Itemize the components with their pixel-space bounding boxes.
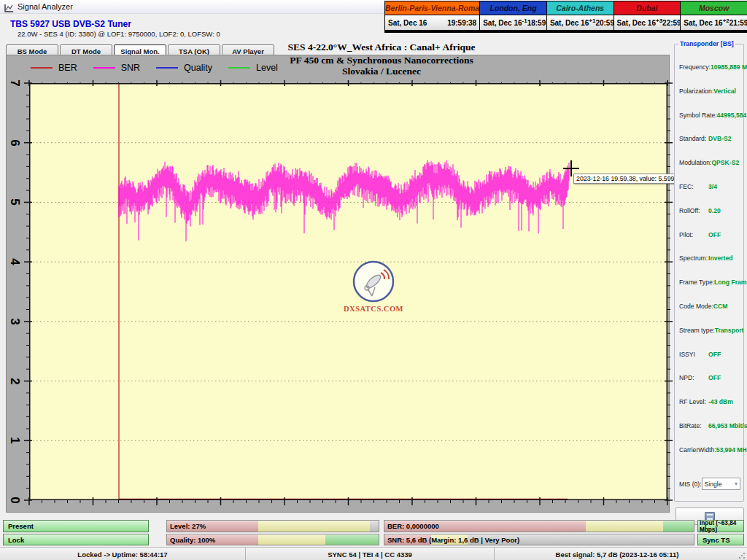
field-value: 3/4 bbox=[708, 183, 740, 190]
clock-city-label: Moscow bbox=[681, 1, 747, 15]
chevron-down-icon: ▾ bbox=[735, 481, 738, 487]
transponder-field: BitRate:66,953 Mbit/s bbox=[679, 422, 740, 429]
snr-gauge: SNR: 5,6 dB (Margin: 1,6 dB | Very Poor) bbox=[384, 534, 694, 545]
y-tick-label: 2 bbox=[7, 374, 22, 389]
field-value: OFF bbox=[708, 351, 740, 358]
transponder-field: Symbol Rate:44995,584 KS/s bbox=[679, 112, 740, 119]
field-label: Stream type: bbox=[679, 327, 715, 334]
status-uptime: Locked -> Uptime: 58:44:17 bbox=[0, 548, 246, 560]
clock-time: Sat, Dec 16-118:59:38 bbox=[480, 15, 546, 30]
y-tick-label: 7 bbox=[7, 76, 22, 90]
level-gauge: Level: 27% bbox=[166, 520, 379, 532]
window-title: Signal Analyzer bbox=[18, 2, 73, 11]
signal-plot[interactable]: DXSATCS.COM bbox=[29, 83, 667, 500]
field-label: Pilot: bbox=[679, 231, 693, 238]
transponder-field: RollOff:0.20 bbox=[679, 207, 740, 214]
field-label: Spectrum: bbox=[679, 254, 708, 262]
level-line-swatch bbox=[228, 67, 250, 69]
status-sync-counters: SYNC 54 | TEI 4 | CC 4339 bbox=[246, 548, 495, 560]
present-indicator: Present bbox=[3, 520, 149, 532]
resize-grip[interactable] bbox=[738, 552, 746, 559]
transponder-field: FEC:3/4 bbox=[679, 183, 740, 190]
transponder-panel: Transponder [BS] Frequency:10985,889 MHz… bbox=[671, 38, 747, 513]
crosshair-cursor-h bbox=[563, 168, 579, 169]
y-tick-label: 0 bbox=[7, 493, 22, 508]
field-label: Frame Type: bbox=[679, 279, 714, 286]
clock-time: Sat, Dec 16+322:59 bbox=[614, 15, 681, 30]
field-label: NPD: bbox=[679, 374, 694, 381]
y-tick-label: 6 bbox=[7, 136, 22, 150]
field-label: BitRate: bbox=[679, 422, 702, 429]
transponder-field: Code Mode:CCM bbox=[679, 303, 740, 310]
legend-item-quality: Quality bbox=[156, 63, 212, 73]
transponder-field: RF Level:-43 dBm bbox=[679, 398, 740, 405]
field-value: OFF bbox=[708, 231, 740, 238]
y-tick-label: 1 bbox=[7, 433, 22, 448]
clock-column: Cairo-AthensSat, Dec 16+120:59 bbox=[547, 1, 614, 32]
transponder-field: Standard:DVB-S2 bbox=[679, 135, 740, 142]
clock-column: London, EngSat, Dec 16-118:59:38 bbox=[480, 1, 546, 32]
legend-item-snr: SNR bbox=[93, 63, 140, 73]
app-icon bbox=[4, 2, 14, 11]
mis-select[interactable]: Single ▾ bbox=[702, 478, 740, 490]
transponder-groupbox: Transponder [BS] Frequency:10985,889 MHz… bbox=[674, 44, 744, 502]
field-value: QPSK-S2 bbox=[711, 159, 740, 166]
clock-column: Berlin-Paris-Vienna-RomaSat, Dec 1619:59… bbox=[385, 1, 479, 32]
field-value: 10985,889 MHz bbox=[711, 63, 743, 71]
ber-line-swatch bbox=[31, 67, 53, 69]
transponder-field: Frequency:10985,889 MHz bbox=[679, 63, 740, 71]
world-clocks: Berlin-Paris-Vienna-RomaSat, Dec 1619:59… bbox=[384, 1, 747, 33]
transponder-field: Modulation:QPSK-S2 bbox=[679, 159, 740, 166]
field-label: Polarization: bbox=[679, 88, 713, 95]
legend-item-level: Level bbox=[228, 63, 278, 73]
mis-row: MIS (0): Single ▾ bbox=[679, 478, 740, 490]
field-label: CarrierWidth: bbox=[679, 446, 716, 454]
clock-column: DubaiSat, Dec 16+322:59 bbox=[614, 1, 681, 32]
lock-indicator: Lock bbox=[3, 534, 149, 545]
transponder-field: ISSYIOFF bbox=[679, 351, 740, 358]
field-value: Long Frame bbox=[714, 279, 746, 286]
field-value: 0.20 bbox=[708, 207, 740, 214]
field-value: Inverted bbox=[708, 254, 740, 262]
legend-item-ber: BER bbox=[31, 63, 77, 73]
input-indicator: Input (~63,84 Mbps) bbox=[697, 520, 744, 532]
tuner-name: TBS 5927 USB DVB-S2 Tuner bbox=[10, 19, 131, 29]
field-value: 53,994 MHz bbox=[716, 446, 747, 454]
transponder-field: Spectrum:Inverted bbox=[679, 254, 740, 262]
clock-city-label: London, Eng bbox=[480, 1, 546, 15]
clock-city-label: Cairo-Athens bbox=[547, 1, 614, 15]
sync-ts-indicator: Sync TS bbox=[697, 534, 744, 545]
field-label: Code Mode: bbox=[679, 303, 713, 310]
transponder-field: NPD:OFF bbox=[679, 374, 740, 381]
mis-label: MIS (0): bbox=[679, 481, 702, 488]
field-label: Modulation: bbox=[679, 159, 711, 166]
clock-time: Sat, Dec 1619:59:38 bbox=[385, 15, 479, 30]
y-tick-label: 5 bbox=[7, 195, 22, 209]
field-label: Frequency: bbox=[679, 63, 711, 71]
snr-line-swatch bbox=[93, 67, 115, 69]
field-value: CCM bbox=[713, 303, 740, 310]
tuner-details: 22.0W - SES 4 (ID: 3380) @ LOF1: 9750000… bbox=[18, 30, 220, 38]
field-label: ISSYI bbox=[679, 351, 695, 358]
field-value: Vertical bbox=[713, 88, 740, 95]
clock-city-label: Dubai bbox=[614, 1, 681, 15]
field-label: RollOff: bbox=[679, 207, 700, 214]
field-value: Transport bbox=[715, 327, 744, 334]
transponder-field: CarrierWidth:53,994 MHz bbox=[679, 446, 740, 454]
transponder-field: Pilot:OFF bbox=[679, 231, 740, 238]
quality-line-swatch bbox=[156, 67, 178, 69]
transponder-field: Frame Type:Long Frame bbox=[679, 279, 740, 286]
y-tick-label: 4 bbox=[7, 254, 22, 269]
chart-legend: BER SNR Quality Level bbox=[31, 63, 294, 73]
status-bar: Locked -> Uptime: 58:44:17 SYNC 54 | TEI… bbox=[0, 547, 747, 560]
field-value: 66,953 Mbit/s bbox=[708, 422, 740, 429]
field-value: 44995,584 KS/s bbox=[717, 112, 747, 119]
transponder-field: Stream type:Transport bbox=[679, 327, 740, 334]
clock-time: Sat, Dec 16+221:59 bbox=[681, 15, 747, 30]
field-value: OFF bbox=[708, 374, 740, 381]
field-label: RF Level: bbox=[679, 398, 706, 405]
svg-text:DXSATCS.COM: DXSATCS.COM bbox=[344, 305, 403, 313]
gauge-row-2: Lock Quality: 100% SNR: 5,6 dB (Margin: … bbox=[0, 534, 747, 545]
clock-city-label: Berlin-Paris-Vienna-Roma bbox=[385, 1, 479, 15]
clock-time: Sat, Dec 16+120:59 bbox=[547, 15, 614, 30]
